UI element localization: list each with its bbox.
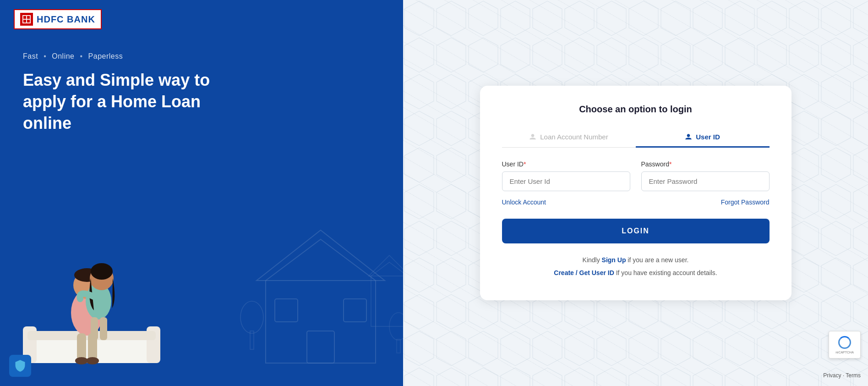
house-illustration (229, 226, 403, 386)
svg-point-12 (75, 357, 88, 364)
userid-label: User ID* (502, 160, 630, 168)
links-row: Unlock Account Forgot Password (502, 199, 770, 206)
password-group: Password* (641, 160, 770, 191)
tab-user-id[interactable]: User ID (636, 127, 770, 148)
svg-rect-1 (26, 16, 27, 22)
shield-badge (9, 355, 31, 377)
recaptcha-badge: reCAPTCHA (829, 331, 861, 358)
user-filled-icon (685, 133, 692, 141)
couple-illustration (14, 226, 169, 386)
logo-icon (20, 13, 33, 26)
login-card: Choose an option to login Loan Account N… (480, 86, 792, 300)
password-input[interactable] (641, 171, 770, 191)
create-userid-link[interactable]: Create / Get User ID (554, 269, 614, 276)
footer-suffix: if you are a new user. (626, 256, 688, 264)
tagline: Fast • Online • Paperless (0, 39, 403, 65)
logo-text: HDFC BANK (37, 14, 95, 25)
tagline-fast: Fast (23, 52, 38, 61)
footer-create-suffix: If you have existing account details. (614, 269, 717, 276)
footer-prefix: Kindly (583, 256, 602, 264)
left-panel: HDFC BANK Fast • Online • Paperless Easy… (0, 0, 403, 386)
footer-signup-line: Kindly Sign Up if you are a new user. (502, 256, 770, 264)
tagline-online: Online (52, 52, 74, 61)
svg-marker-19 (266, 239, 376, 363)
svg-point-16 (91, 263, 113, 280)
login-button[interactable]: LOGIN (502, 219, 770, 243)
tab-loan-account[interactable]: Loan Account Number (502, 127, 636, 148)
card-title: Choose an option to login (502, 104, 770, 115)
tab-strip: Loan Account Number User ID (502, 127, 770, 148)
recaptcha-text: reCAPTCHA (835, 351, 854, 354)
terms-link[interactable]: Terms (846, 372, 861, 379)
form-row: User ID* Password* (502, 160, 770, 191)
logo: HDFC BANK (14, 9, 102, 29)
tagline-paperless: Paperless (88, 52, 123, 61)
svg-rect-17 (91, 317, 98, 340)
footer-create-line: Create / Get User ID If you have existin… (502, 269, 770, 276)
svg-rect-18 (100, 317, 107, 340)
svg-point-26 (240, 301, 263, 333)
password-label: Password* (641, 160, 770, 168)
svg-rect-23 (344, 299, 366, 322)
signup-link[interactable]: Sign Up (602, 256, 626, 264)
hero-text: Easy and Simple way to apply for a Home … (0, 65, 238, 138)
forgot-password-link[interactable]: Forgot Password (721, 199, 770, 206)
svg-rect-10 (77, 333, 86, 361)
userid-group: User ID* (502, 160, 630, 191)
svg-rect-22 (275, 299, 298, 322)
svg-rect-27 (250, 331, 254, 349)
userid-input[interactable] (502, 171, 630, 191)
unlock-account-link[interactable]: Unlock Account (502, 199, 546, 206)
privacy-bar: Privacy · Terms (823, 372, 861, 379)
svg-rect-29 (397, 339, 400, 353)
header: HDFC BANK (0, 0, 403, 39)
svg-marker-25 (369, 255, 403, 276)
illustration (0, 175, 403, 386)
tab-loan-label: Loan Account Number (540, 133, 608, 141)
recaptcha-spinner (838, 336, 851, 349)
tab-userid-label: User ID (696, 133, 720, 141)
privacy-link[interactable]: Privacy (823, 372, 841, 379)
svg-rect-21 (307, 331, 334, 363)
user-outline-icon (529, 133, 536, 141)
svg-point-13 (86, 357, 99, 364)
right-panel: Choose an option to login Loan Account N… (403, 0, 868, 386)
